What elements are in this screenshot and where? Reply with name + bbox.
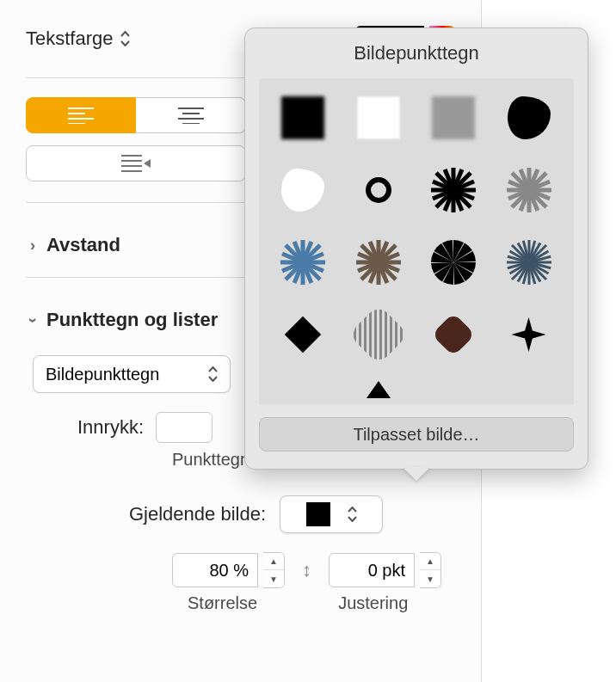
bullet-option-sparkle-black[interactable] (499, 309, 559, 360)
bullet-option-starburst-gray[interactable] (499, 164, 559, 216)
starburst-icon (354, 238, 403, 286)
bullet-option-diamond-black[interactable] (273, 309, 333, 360)
starburst-icon (505, 166, 553, 214)
align-center-button[interactable] (136, 97, 246, 133)
indent-icon (121, 154, 151, 173)
justering-stepper[interactable]: 0 pkt ▲ ▼ (329, 552, 441, 588)
bullets-section-label: Punkttegn og lister (46, 309, 218, 331)
justering-step-down[interactable]: ▼ (420, 570, 440, 587)
custom-image-button[interactable]: Tilpasset bilde… (259, 417, 574, 452)
current-image-label: Gjeldende bilde: (129, 503, 266, 525)
justering-label: Justering (338, 593, 408, 613)
justering-step-up[interactable]: ▲ (420, 553, 440, 570)
size-step-up[interactable]: ▲ (263, 553, 284, 570)
bullet-option-sunburst-navy[interactable] (499, 237, 559, 288)
bullet-option-starburst-blue[interactable] (273, 237, 333, 288)
bullet-option-starburst-brown[interactable] (348, 237, 409, 288)
align-center-icon (178, 107, 204, 124)
bullet-option-partial[interactable] (348, 381, 409, 398)
chevron-right-icon: › (26, 237, 40, 255)
bullet-option-pinwheel[interactable] (423, 237, 484, 288)
square-bullet-icon (306, 502, 330, 526)
size-label: Størrelse (188, 593, 257, 613)
current-image-select[interactable] (280, 495, 383, 533)
bullet-type-select[interactable]: Bildepunkttegn (33, 355, 231, 393)
popover-arrow (403, 467, 430, 481)
chevron-down-icon: › (24, 313, 42, 327)
chevron-updown-icon (348, 507, 357, 522)
bullet-option-blob-white[interactable] (273, 164, 333, 216)
indent-label: Innrykk: (77, 416, 144, 439)
text-color-label: Tekstfarge (26, 28, 114, 50)
indent-button[interactable] (26, 145, 246, 181)
starburst-icon (279, 238, 327, 286)
justering-input[interactable]: 0 pkt (329, 553, 415, 587)
indent-input[interactable] (156, 412, 213, 443)
vertical-drag-icon: ↕ (302, 559, 311, 581)
size-step-down[interactable]: ▼ (263, 570, 284, 587)
pinwheel-icon (429, 238, 477, 286)
bullet-option-starburst-black[interactable] (423, 164, 484, 216)
spacing-label: Avstand (46, 234, 120, 256)
bullet-image-popover: Bildepunkttegn (244, 28, 588, 470)
text-color-select[interactable]: Tekstfarge (26, 28, 130, 50)
size-stepper[interactable]: 80 % ▲ ▼ (172, 552, 285, 588)
bullet-option-diamond-brown[interactable] (423, 309, 484, 360)
sunburst-icon (505, 238, 553, 286)
chevron-updown-icon (120, 31, 130, 46)
chevron-updown-icon (208, 366, 218, 382)
bullet-option-scribble-gray[interactable] (348, 309, 409, 360)
align-left-icon (68, 107, 94, 124)
bullet-grid (259, 78, 574, 405)
bullet-option-ring[interactable] (348, 164, 409, 216)
bullet-option-square-black[interactable] (273, 92, 333, 144)
bullet-type-value: Bildepunkttegn (46, 365, 159, 384)
size-input[interactable]: 80 % (172, 553, 258, 587)
popover-title: Bildepunkttegn (259, 42, 574, 65)
bullet-option-square-white[interactable] (348, 92, 409, 144)
starburst-icon (429, 166, 477, 214)
bullet-option-square-gray[interactable] (423, 92, 484, 144)
punkttegn-column-label: Punkttegn (172, 450, 249, 470)
align-left-button[interactable] (26, 97, 136, 133)
bullet-option-blob-black[interactable] (499, 92, 559, 144)
